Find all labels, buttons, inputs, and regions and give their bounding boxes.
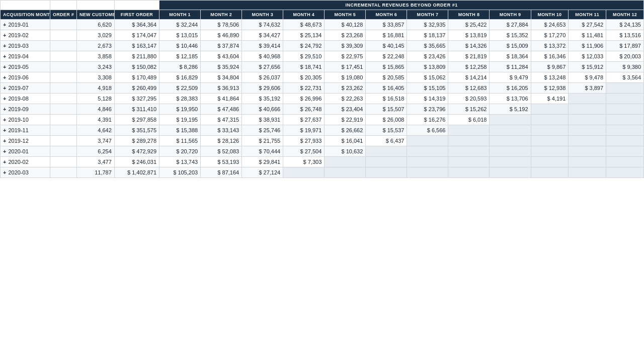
cell-m3: $ 38,931	[242, 115, 283, 125]
cell-m12	[606, 125, 644, 136]
cell-m9: $ 5,192	[490, 104, 531, 115]
expand-icon[interactable]: +	[3, 127, 6, 133]
cell-m6: $ 6,437	[366, 136, 407, 146]
cell-m7: $ 35,665	[407, 41, 448, 51]
cell-m3: $ 40,666	[242, 104, 283, 115]
expand-icon[interactable]: +	[3, 148, 6, 154]
th-order-num: ORDER #	[50, 10, 76, 20]
cell-m10	[531, 115, 569, 125]
cell-m1: $ 105,203	[159, 167, 201, 178]
cell-m7: $ 23,796	[407, 104, 448, 115]
expand-icon[interactable]: +	[3, 96, 6, 102]
cell-order	[50, 157, 76, 167]
cell-m3: $ 29,841	[242, 157, 283, 167]
cell-newcust: 3,029	[77, 30, 115, 41]
cell-newcust: 6,620	[77, 20, 115, 30]
empty-th-acq	[1, 1, 50, 10]
cell-order	[50, 167, 76, 178]
cell-m12	[606, 136, 644, 146]
cell-m3: $ 70,444	[242, 146, 283, 157]
cell-m11	[569, 94, 606, 104]
cell-m7: $ 23,426	[407, 51, 448, 62]
cell-m5: $ 23,262	[325, 83, 366, 94]
expand-icon[interactable]: +	[3, 85, 6, 91]
cell-m7: $ 6,566	[407, 125, 448, 136]
cell-m12	[606, 94, 644, 104]
cell-firstorder: $ 211,880	[114, 51, 159, 62]
cell-order	[50, 125, 76, 136]
cell-m1: $ 13,015	[159, 30, 201, 41]
header-row-1: INCREMENTAL REVENUES BEYOND ORDER #1	[1, 1, 644, 10]
cell-m5: $ 10,632	[325, 146, 366, 157]
expand-icon[interactable]: +	[3, 43, 6, 49]
cell-m1: $ 13,743	[159, 157, 201, 167]
acq-month-value: 2019-08	[8, 96, 28, 102]
cell-newcust: 4,918	[77, 83, 115, 94]
expand-icon[interactable]: +	[3, 22, 6, 28]
cell-m3: $ 39,414	[242, 41, 283, 51]
expand-icon[interactable]: +	[3, 169, 6, 175]
cell-order	[50, 30, 76, 41]
table-row: +2020-0311,787$ 1,402,871$ 105,203$ 87,1…	[1, 167, 644, 178]
cell-m12: $ 17,897	[606, 41, 644, 51]
cell-m8: $ 6,018	[448, 115, 490, 125]
cell-m4: $ 27,933	[283, 136, 325, 146]
cell-firstorder: $ 364,364	[114, 20, 159, 30]
cell-m7	[407, 146, 448, 157]
cell-m7	[407, 136, 448, 146]
cell-m3: $ 25,746	[242, 125, 283, 136]
cell-m6: $ 20,585	[366, 72, 407, 83]
cell-newcust: 3,308	[77, 72, 115, 83]
cell-m11	[569, 125, 606, 136]
cell-m2: $ 28,126	[201, 136, 242, 146]
cell-m9: $ 13,706	[490, 94, 531, 104]
expand-icon[interactable]: +	[3, 53, 6, 59]
cell-firstorder: $ 174,047	[114, 30, 159, 41]
cell-m7: $ 15,062	[407, 72, 448, 83]
cell-m5: $ 22,263	[325, 94, 366, 104]
cell-order	[50, 51, 76, 62]
cell-firstorder: $ 163,147	[114, 41, 159, 51]
cell-m4: $ 27,637	[283, 115, 325, 125]
cell-order	[50, 62, 76, 72]
th-month6: MONTH 6	[366, 10, 407, 20]
cell-m9: $ 15,009	[490, 41, 531, 51]
expand-icon[interactable]: +	[3, 138, 6, 144]
cell-m10: $ 17,270	[531, 30, 569, 41]
empty-th-newcust	[77, 1, 115, 10]
expand-icon[interactable]: +	[3, 64, 6, 70]
cell-m10	[531, 157, 569, 167]
acq-month-value: 2019-03	[8, 43, 28, 49]
cell-m2: $ 53,193	[201, 157, 242, 167]
cell-m12: $ 9,380	[606, 62, 644, 72]
cell-m10	[531, 146, 569, 157]
cell-m4: $ 29,510	[283, 51, 325, 62]
acq-month-value: 2019-04	[8, 53, 28, 59]
cell-firstorder: $ 170,489	[114, 72, 159, 83]
cell-m8: $ 20,593	[448, 94, 490, 104]
expand-icon[interactable]: +	[3, 106, 6, 112]
cell-m6: $ 40,145	[366, 41, 407, 51]
cell-m7	[407, 167, 448, 178]
expand-icon[interactable]: +	[3, 159, 6, 165]
expand-icon[interactable]: +	[3, 74, 6, 80]
cell-m11: $ 3,897	[569, 83, 606, 94]
cell-m11: $ 11,481	[569, 30, 606, 41]
cell-m6: $ 22,248	[366, 51, 407, 62]
cell-m10: $ 4,191	[531, 94, 569, 104]
expand-icon[interactable]: +	[3, 117, 6, 123]
cell-m12	[606, 104, 644, 115]
cell-m10: $ 13,372	[531, 41, 569, 51]
cell-firstorder: $ 327,295	[114, 94, 159, 104]
cell-order	[50, 94, 76, 104]
cell-m9	[490, 157, 531, 167]
cell-m11	[569, 136, 606, 146]
table-row: +2019-043,858$ 211,880$ 12,185$ 43,604$ …	[1, 51, 644, 62]
th-month4: MONTH 4	[283, 10, 325, 20]
th-month5: MONTH 5	[325, 10, 366, 20]
cell-m9: $ 9,479	[490, 72, 531, 83]
header-row-2: ACQUISITION MONTH ORDER # NEW CUSTOMERS …	[1, 10, 644, 20]
expand-icon[interactable]: +	[3, 32, 6, 38]
cell-m7: $ 32,935	[407, 20, 448, 30]
cell-m10: $ 16,346	[531, 51, 569, 62]
